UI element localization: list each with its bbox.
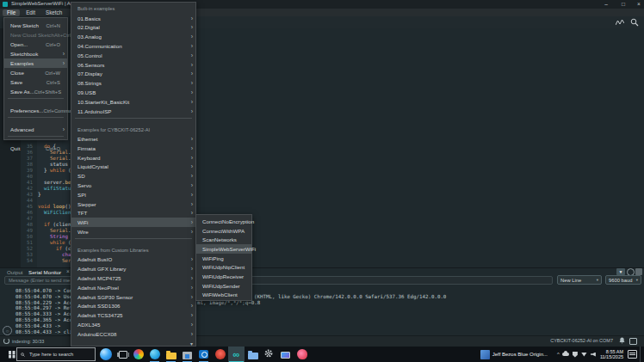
autoscroll-toggle-icon[interactable]: ▼ (616, 268, 625, 275)
menu-item[interactable]: 03.Analog › (71, 32, 195, 41)
menu-item[interactable]: WiFi › (71, 218, 195, 227)
arduino-ide-icon[interactable]: ∞ (228, 347, 245, 362)
avatar-circle-icon[interactable]: ☺ (3, 326, 12, 335)
menu-item[interactable]: Adafruit BusIO › (71, 255, 195, 265)
volume-tray-icon[interactable] (591, 353, 596, 357)
minimize-button[interactable]: – (599, 0, 613, 9)
desktop-screen: SimpleWebServerWiFi | Arduino IDE – □ × … (0, 0, 644, 362)
bell-icon[interactable] (619, 337, 625, 344)
menubar-item[interactable]: Edit (22, 9, 40, 16)
submenu-chevron-icon: › (189, 173, 193, 179)
search-input[interactable] (28, 351, 91, 358)
serial-monitor-icon[interactable] (629, 18, 639, 27)
serial-plotter-icon[interactable] (615, 18, 624, 27)
tray-expand-icon[interactable]: ^ (554, 352, 562, 357)
menu-item[interactable]: ScanNetworks (196, 235, 251, 244)
menu-item[interactable]: Keyboard › (71, 153, 195, 163)
windows-start-icon[interactable] (0, 347, 16, 362)
menu-item[interactable]: New Sketch Ctrl+N › (4, 21, 67, 30)
task-view-icon[interactable] (116, 351, 130, 359)
menu-item[interactable]: 08.Strings › (71, 78, 195, 88)
menu-item[interactable]: Quit Ctrl+Q › (4, 144, 67, 153)
menu-item[interactable]: Preferences... Ctrl+Comma › (4, 106, 67, 115)
menu-item[interactable]: Save As... Ctrl+Shift+S › (4, 87, 67, 96)
menu-item[interactable]: WiFiUdpReceiver (196, 272, 251, 281)
submenu-chevron-icon: › (189, 163, 193, 169)
menu-item[interactable]: SD › (71, 171, 195, 181)
menu-item[interactable]: TFT › (71, 209, 195, 218)
paint-blob-icon[interactable] (294, 347, 310, 362)
menu-item[interactable]: Save Ctrl+S › (4, 77, 67, 87)
chevron-down-icon: ▾ (597, 278, 598, 282)
tab-output[interactable]: Output (7, 269, 23, 275)
menu-item[interactable]: SimpleWebServerWiFi (196, 244, 251, 254)
menu-item[interactable]: Open... Ctrl+O › (4, 40, 67, 49)
menu-item[interactable]: LiquidCrystal › (71, 163, 195, 172)
menu-item[interactable]: Adafruit SSD1306 › (71, 302, 195, 311)
menu-item[interactable]: 05.Control › (71, 51, 195, 60)
menu-item[interactable]: Servo › (71, 181, 195, 190)
menu-item[interactable]: Ethernet › (71, 134, 195, 144)
menu-item[interactable]: Adafruit MCP4725 › (71, 273, 195, 283)
show-desktop-strip[interactable] (640, 347, 644, 362)
menu-item[interactable]: 10.StarterKit_BasicKit › (71, 97, 195, 107)
menu-item[interactable]: Advanced › (4, 125, 67, 134)
edge-icon[interactable] (146, 347, 163, 362)
menu-item[interactable]: 04.Communication › (71, 41, 195, 51)
close-button[interactable]: × (632, 0, 644, 9)
menu-item[interactable]: 02.Digital › (71, 23, 195, 33)
menu-item[interactable]: Close Ctrl+W › (4, 68, 67, 77)
menu-item[interactable]: Adafruit TCS34725 › (71, 310, 195, 320)
menu-item[interactable]: SPI › (71, 190, 195, 199)
colorful-globe-icon[interactable] (96, 348, 116, 360)
photos-icon[interactable] (130, 347, 146, 362)
menu-item[interactable]: WiFiPing (196, 254, 251, 263)
menu-item[interactable]: WiFiUdpSender (196, 281, 251, 291)
line-ending-select[interactable]: New Line ▾ (557, 275, 602, 285)
blue-folder-icon[interactable] (245, 347, 261, 362)
menu-item[interactable]: 09.USB › (71, 88, 195, 97)
menu-item[interactable]: Adafruit NeoPixel › (71, 283, 195, 292)
display-icon[interactable] (277, 347, 294, 362)
menu-item[interactable]: Wire › (71, 227, 195, 236)
taskbar-clock[interactable]: 8:55 AM 11/15/2025 (600, 349, 623, 360)
cloud-tray-icon[interactable] (562, 353, 569, 356)
menu-item[interactable]: Stepper › (71, 199, 195, 209)
network-tray-icon[interactable] (581, 353, 587, 357)
tab-serial-monitor[interactable]: Serial Monitor (28, 269, 61, 275)
menu-item[interactable]: ArduinoECCX08 › (71, 329, 195, 339)
menu-item[interactable]: Adafruit SGP30 Sensor › (71, 292, 195, 302)
menu-item[interactable]: New Cloud Sketch Alt+Ctrl+N › (4, 30, 67, 40)
close-tab-icon[interactable]: × (66, 268, 70, 274)
menu-item[interactable]: 06.Sensors › (71, 60, 195, 70)
baud-rate-select[interactable]: 9600 baud ▾ (605, 275, 641, 285)
menu-item[interactable]: 01.Basics › (71, 14, 195, 23)
menu-item[interactable]: 07.Display › (71, 70, 195, 79)
maximize-button[interactable]: □ (616, 0, 630, 9)
shield-tray-icon[interactable] (573, 352, 578, 358)
menubar-item[interactable]: File (3, 9, 20, 16)
menu-item[interactable]: Adafruit GFX Library › (71, 264, 195, 273)
menu-item[interactable]: WiFiUdpNtpClient (196, 262, 251, 272)
board-port-status[interactable]: CYBCKIT-06252-AI on COM7 (550, 338, 613, 343)
file-explorer-icon[interactable] (163, 347, 179, 362)
toggle-panel-icon[interactable] (629, 338, 637, 345)
menu-item[interactable]: 11.ArduinoISP › (71, 107, 195, 116)
taskbar-search[interactable] (16, 347, 96, 361)
line-number: 40 (0, 174, 38, 179)
menu-item[interactable]: ADXL345 › (71, 320, 195, 329)
clear-output-icon[interactable] (635, 268, 642, 275)
menubar-item[interactable]: Sketch (41, 9, 66, 16)
menu-item[interactable]: Firmata › (71, 144, 195, 153)
outlook-icon[interactable] (195, 347, 212, 362)
news-widget[interactable]: Jeff Bezos Blue Origin... (480, 350, 554, 359)
menu-item[interactable]: WiFiWebClient (196, 291, 251, 300)
menu-item[interactable]: ConnectWithWPA (196, 226, 251, 236)
red-app-icon[interactable] (212, 347, 228, 362)
menu-item[interactable]: Examples › (4, 58, 67, 68)
briefcase-icon[interactable] (179, 347, 195, 362)
settings-icon[interactable] (261, 347, 277, 362)
action-center-icon[interactable] (628, 350, 637, 359)
menu-item[interactable]: Sketchbook › (4, 49, 67, 58)
menu-item[interactable]: ConnectNoEncryption (196, 217, 251, 226)
